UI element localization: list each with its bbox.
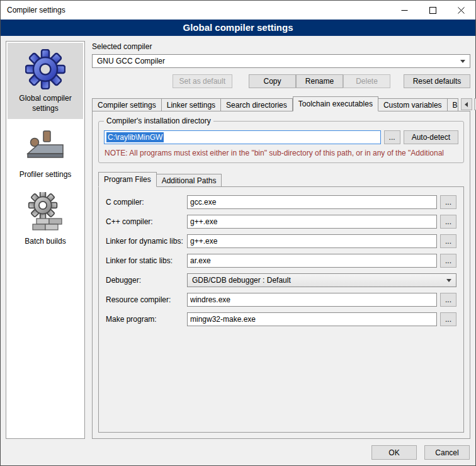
sidebar-item-global-compiler-settings[interactable]: Global compiler settings	[8, 43, 83, 119]
installation-directory-note: NOTE: All programs must exist either in …	[105, 149, 458, 157]
debugger-label: Debugger:	[106, 276, 184, 285]
installation-directory-browse-button[interactable]: ...	[384, 130, 400, 144]
dynamic-linker-label: Linker for dynamic libs:	[106, 237, 184, 246]
static-linker-label: Linker for static libs:	[106, 256, 184, 265]
auto-detect-button[interactable]: Auto-detect	[404, 130, 458, 144]
delete-button[interactable]: Delete	[343, 74, 390, 88]
dynamic-linker-input[interactable]	[187, 234, 437, 248]
form-row: C compiler: ...	[106, 195, 456, 209]
resource-compiler-browse-button[interactable]: ...	[440, 293, 456, 307]
chevron-down-icon	[460, 60, 465, 63]
chevron-down-icon	[446, 279, 451, 282]
selected-compiler-label: Selected compiler	[92, 42, 470, 51]
dynamic-linker-browse-button[interactable]: ...	[440, 234, 456, 248]
minimize-icon	[401, 7, 408, 14]
gear-icon	[25, 49, 65, 89]
cancel-button[interactable]: Cancel	[424, 445, 470, 460]
make-program-browse-button[interactable]: ...	[440, 312, 456, 326]
tab-scroll-right-button[interactable]	[474, 98, 476, 110]
ok-button[interactable]: OK	[371, 445, 417, 460]
debugger-select[interactable]: GDB/CDB debugger : Default	[187, 273, 456, 287]
form-row: Make program: ...	[106, 312, 456, 326]
tab-build-options[interactable]: Builc	[448, 98, 458, 111]
titlebar[interactable]: Compiler settings	[1, 1, 475, 20]
form-row: Resource compiler: ...	[106, 293, 456, 307]
tab-linker-settings[interactable]: Linker settings	[162, 98, 221, 111]
toolchain-executables-panel: Compiler's installation directory C:\ray…	[92, 111, 470, 439]
compiler-select-value: GNU GCC Compiler	[97, 57, 456, 65]
tab-scroll-controls	[458, 98, 476, 111]
form-row: Linker for dynamic libs: ...	[106, 234, 456, 248]
program-files-section: Program Files Additional Paths C compile…	[98, 172, 464, 433]
sidebar-item-batch-builds[interactable]: Batch builds	[8, 186, 83, 253]
compiler-settings-window: Compiler settings Global compiler settin…	[0, 0, 476, 466]
settings-category-list: Global compiler settings Profiler settin…	[6, 41, 85, 439]
resource-compiler-label: Resource compiler:	[106, 295, 184, 304]
copy-button[interactable]: Copy	[249, 74, 296, 88]
main-panel: Selected compiler GNU GCC Compiler Set a…	[92, 41, 470, 439]
compiler-select[interactable]: GNU GCC Compiler	[92, 54, 470, 68]
tab-custom-variables[interactable]: Custom variables	[378, 98, 448, 111]
compiler-actions: Set as default Copy Rename Delete Reset …	[92, 74, 470, 88]
c-compiler-browse-button[interactable]: ...	[440, 195, 456, 209]
installation-directory-group: Compiler's installation directory C:\ray…	[98, 121, 464, 163]
page-title: Global compiler settings	[1, 20, 475, 36]
maximize-icon	[429, 7, 436, 14]
c-compiler-input[interactable]	[187, 195, 437, 209]
form-row: Debugger: GDB/CDB debugger : Default	[106, 273, 456, 287]
dialog-body: Global compiler settings Profiler settin…	[1, 36, 475, 444]
cpp-compiler-label: C++ compiler:	[106, 217, 184, 226]
sidebar-item-label: Batch builds	[25, 237, 65, 247]
maximize-button[interactable]	[419, 1, 447, 20]
installation-directory-row: C:\raylib\MinGW ... Auto-detect	[104, 130, 458, 144]
tab-compiler-settings[interactable]: Compiler settings	[92, 98, 162, 111]
static-linker-browse-button[interactable]: ...	[440, 254, 456, 268]
installation-directory-input[interactable]: C:\raylib\MinGW	[104, 130, 381, 144]
close-button[interactable]	[447, 1, 475, 20]
profiler-icon	[25, 125, 65, 166]
form-row: C++ compiler: ...	[106, 215, 456, 229]
make-program-input[interactable]	[187, 312, 437, 326]
program-files-panel: C compiler: ... C++ compiler: ... Linker…	[98, 186, 464, 433]
subtab-additional-paths[interactable]: Additional Paths	[157, 174, 222, 187]
reset-defaults-button[interactable]: Reset defaults	[404, 74, 470, 88]
cpp-compiler-browse-button[interactable]: ...	[440, 215, 456, 229]
tab-scroll-left-button[interactable]	[461, 98, 472, 110]
sidebar-item-label: Global compiler settings	[9, 94, 82, 113]
arrow-left-icon	[465, 102, 468, 107]
minimize-button[interactable]	[390, 1, 419, 20]
make-program-label: Make program:	[106, 315, 184, 324]
debugger-select-value: GDB/CDB debugger : Default	[192, 276, 443, 285]
window-title: Compiler settings	[1, 6, 390, 14]
installation-directory-group-title: Compiler's installation directory	[104, 116, 213, 125]
static-linker-input[interactable]	[187, 254, 437, 268]
settings-tabs: Compiler settings Linker settings Search…	[92, 96, 470, 111]
sidebar-item-label: Profiler settings	[20, 170, 72, 180]
rename-button[interactable]: Rename	[296, 74, 343, 88]
sidebar-item-profiler-settings[interactable]: Profiler settings	[8, 119, 83, 186]
toolchain-subtabs: Program Files Additional Paths	[98, 172, 464, 187]
subtab-program-files[interactable]: Program Files	[98, 172, 157, 187]
dialog-footer: OK Cancel	[1, 444, 475, 465]
tab-search-directories[interactable]: Search directories	[221, 98, 293, 111]
form-row: Linker for static libs: ...	[106, 254, 456, 268]
tab-toolchain-executables[interactable]: Toolchain executables	[293, 96, 378, 111]
set-as-default-button[interactable]: Set as default	[173, 74, 232, 88]
close-icon	[458, 7, 465, 14]
c-compiler-label: C compiler:	[106, 198, 184, 207]
installation-directory-value: C:\raylib\MinGW	[106, 132, 164, 142]
batch-builds-icon	[25, 192, 65, 232]
resource-compiler-input[interactable]	[187, 293, 437, 307]
window-controls	[390, 1, 475, 20]
cpp-compiler-input[interactable]	[187, 215, 437, 229]
